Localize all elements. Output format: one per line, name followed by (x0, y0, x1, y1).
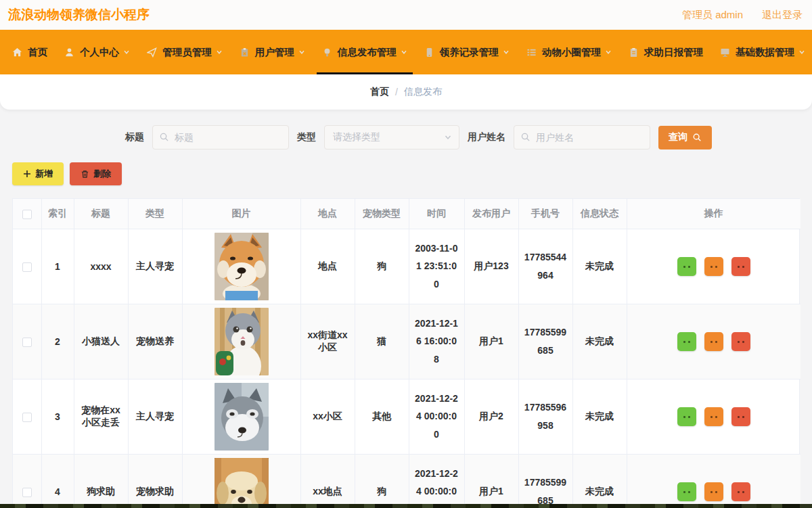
send-icon (147, 47, 157, 57)
cell-type: 主人寻宠 (128, 379, 182, 454)
cell-publisher: 用户1 (464, 304, 518, 379)
golden-puppy-photo[interactable] (215, 458, 269, 508)
cell-pet-type: 狗 (355, 454, 409, 508)
col-type: 类型 (128, 199, 182, 229)
cell-type: 主人寻宠 (128, 229, 182, 304)
cell-time: 2021-12-24 00:00:00 (409, 379, 464, 454)
search-icon (159, 132, 169, 142)
app-header: 流浪动物领养微信小程序 管理员 admin 退出登录 (0, 0, 812, 30)
nav-item-adoption-records[interactable]: 领养记录管理 (418, 30, 516, 74)
cell-image (182, 304, 300, 379)
nav-item-profile[interactable]: 个人中心 (58, 30, 137, 74)
row-view-button[interactable] (677, 407, 696, 426)
delete-button[interactable]: 删除 (70, 162, 122, 185)
row-checkbox[interactable] (22, 413, 32, 422)
row-view-button[interactable] (677, 332, 696, 351)
chevron-down-icon (216, 49, 223, 55)
plus-icon (23, 170, 31, 178)
cell-title: xxxx (74, 229, 128, 304)
nav-item-label: 动物小圈管理 (542, 46, 601, 59)
cell-index: 1 (41, 229, 74, 304)
chevron-down-icon (123, 49, 130, 55)
cat-photo[interactable] (215, 308, 269, 375)
title-filter-label: 标题 (125, 131, 144, 143)
row-view-button[interactable] (677, 482, 696, 501)
nav-item-label: 领养记录管理 (440, 46, 499, 59)
report-icon (629, 47, 639, 57)
col-image: 图片 (182, 199, 300, 229)
row-view-button[interactable] (677, 257, 696, 276)
cell-actions (627, 304, 800, 379)
col-pet-type: 宠物类型 (355, 199, 409, 229)
cell-location: 地点 (300, 229, 355, 304)
row-edit-button[interactable] (704, 482, 723, 501)
row-delete-button[interactable] (731, 257, 750, 276)
title-search-input[interactable] (152, 125, 289, 149)
nav-item-user-mgmt[interactable]: 用户管理 (233, 30, 312, 74)
select-all-checkbox[interactable] (22, 210, 32, 219)
list-icon (526, 47, 537, 57)
cell-image (182, 454, 300, 508)
row-delete-button[interactable] (731, 482, 750, 501)
cell-location: xx街道xx小区 (300, 304, 355, 379)
cell-title: 小猫送人 (74, 304, 128, 379)
row-checkbox[interactable] (22, 488, 32, 497)
cell-index: 4 (41, 454, 74, 508)
cell-pet-type: 猫 (355, 304, 409, 379)
cell-index: 2 (41, 304, 74, 379)
cell-checkbox (13, 304, 41, 379)
row-delete-button[interactable] (731, 407, 750, 426)
document-icon (424, 47, 434, 57)
col-title: 标题 (74, 199, 128, 229)
nav-item-help-report-mgmt[interactable]: 求助日报管理 (622, 30, 710, 74)
cell-phone: 17785544964 (518, 229, 572, 304)
admin-account-label[interactable]: 管理员 admin (682, 9, 743, 22)
nav-item-base-data-mgmt[interactable]: 基础数据管理 (713, 30, 812, 74)
username-search-input[interactable] (514, 125, 650, 149)
cell-checkbox (13, 379, 41, 454)
row-edit-button[interactable] (704, 257, 723, 276)
user-icon (64, 47, 74, 57)
add-button[interactable]: 新增 (12, 162, 64, 185)
nav-item-info-publish-mgmt[interactable]: 信息发布管理 (315, 30, 414, 74)
nav-item-admin-mgmt[interactable]: 管理员管理 (140, 30, 229, 74)
col-status: 信息状态 (572, 199, 627, 229)
filter-bar: 标题 类型 请选择类型 用户姓名 查询 (125, 125, 812, 149)
nav-item-animal-circle-mgmt[interactable]: 动物小圈管理 (520, 30, 618, 74)
cell-phone: 17785599685 (518, 304, 572, 379)
cell-type: 宠物送养 (128, 304, 182, 379)
row-edit-button[interactable] (704, 407, 723, 426)
type-select[interactable]: 请选择类型 (324, 125, 459, 149)
delete-button-label: 删除 (93, 168, 111, 180)
data-table: 索引 标题 类型 图片 地点 宠物类型 时间 发布用户 手机号 信息状态 操作 (12, 198, 800, 508)
main-nav: 首页 个人中心 管理员管理 用户管理 信息发布 (0, 30, 812, 74)
cell-checkbox (13, 229, 41, 304)
row-checkbox[interactable] (22, 262, 32, 272)
breadcrumb-home[interactable]: 首页 (370, 86, 389, 98)
cell-status: 未完成 (572, 229, 627, 304)
cell-pet-type: 其他 (355, 379, 409, 454)
chevron-down-icon (298, 49, 305, 55)
chevron-down-icon (503, 49, 510, 55)
type-select-placeholder: 请选择类型 (333, 131, 380, 143)
nav-item-home[interactable]: 首页 (5, 30, 54, 74)
nav-item-label: 基础数据管理 (736, 46, 794, 59)
username-input-wrap (514, 125, 650, 149)
chevron-down-icon (605, 49, 612, 55)
shiba-dog-photo[interactable] (215, 233, 269, 300)
table-row: 3 宠物在xx小区走丢 主人寻宠 (13, 379, 800, 454)
row-edit-button[interactable] (704, 332, 723, 351)
row-checkbox[interactable] (22, 338, 32, 347)
username-filter-label: 用户姓名 (468, 131, 505, 143)
cell-image (182, 229, 300, 304)
row-delete-button[interactable] (731, 332, 750, 351)
husky-dog-photo[interactable] (215, 383, 269, 451)
col-time: 时间 (409, 199, 464, 229)
bottom-strip (0, 504, 812, 508)
logout-link[interactable]: 退出登录 (762, 9, 803, 22)
col-actions: 操作 (627, 199, 800, 229)
table-toolbar: 新增 删除 (12, 162, 812, 185)
search-icon (692, 133, 702, 142)
query-button[interactable]: 查询 (658, 126, 712, 149)
cell-type: 宠物求助 (128, 454, 182, 508)
